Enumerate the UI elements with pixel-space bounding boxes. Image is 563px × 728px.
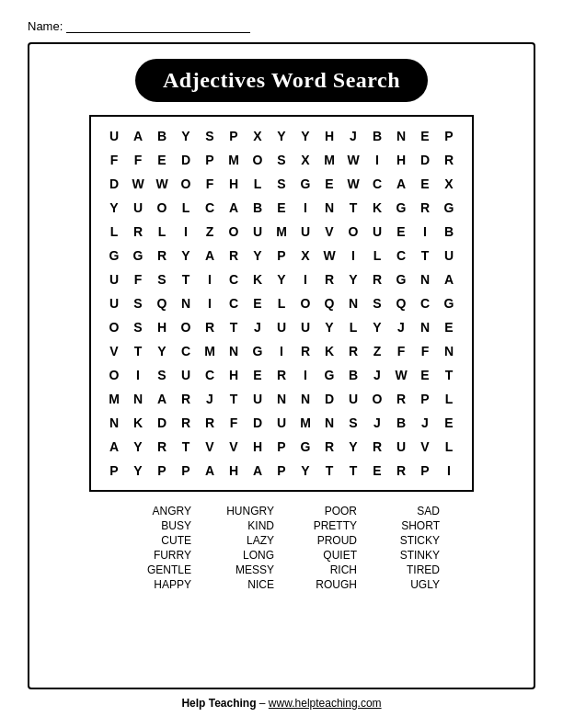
grid-cell: X bbox=[293, 244, 317, 267]
grid-cell: U bbox=[102, 124, 126, 148]
grid-cell: W bbox=[341, 172, 365, 196]
grid-cell: N bbox=[413, 267, 437, 291]
list-item: FURRY bbox=[116, 549, 199, 562]
grid-cell: R bbox=[365, 267, 389, 291]
grid-cell: W bbox=[126, 172, 150, 196]
footer-link[interactable]: www.helpteaching.com bbox=[269, 697, 382, 710]
grid-cell: F bbox=[102, 148, 126, 172]
list-item: HUNGRY bbox=[199, 505, 282, 518]
grid-cell: S bbox=[150, 363, 174, 387]
grid-cell: T bbox=[341, 196, 365, 220]
list-item: TIRED bbox=[364, 563, 447, 576]
grid-cell: U bbox=[365, 220, 389, 244]
grid-cell: V bbox=[102, 339, 126, 363]
grid-cell: D bbox=[102, 172, 126, 196]
grid-cell: R bbox=[198, 411, 222, 435]
grid-cell: L bbox=[341, 315, 365, 339]
grid-cell: R bbox=[389, 387, 413, 411]
grid-cell: F bbox=[222, 411, 246, 435]
grid-cell: D bbox=[246, 411, 270, 435]
grid-cell: P bbox=[150, 459, 174, 483]
grid-cell: R bbox=[293, 339, 317, 363]
grid-cell: J bbox=[365, 411, 389, 435]
grid-cell: R bbox=[150, 435, 174, 459]
grid-cell: P bbox=[270, 459, 293, 483]
name-underline bbox=[66, 18, 250, 33]
grid-cell: H bbox=[222, 459, 246, 483]
grid-cell: W bbox=[150, 172, 174, 196]
list-item: LAZY bbox=[199, 534, 282, 547]
grid-cell: I bbox=[270, 339, 293, 363]
grid-cell: D bbox=[174, 148, 198, 172]
grid-cell: Y bbox=[317, 315, 341, 339]
grid-cell: G bbox=[102, 244, 126, 267]
grid-cell: Y bbox=[246, 244, 270, 267]
grid-cell: B bbox=[341, 363, 365, 387]
grid-cell: G bbox=[246, 339, 270, 363]
grid-cell: V bbox=[198, 435, 222, 459]
grid-cell: T bbox=[174, 267, 198, 291]
grid-cell: M bbox=[102, 387, 126, 411]
grid-cell: R bbox=[365, 435, 389, 459]
grid-cell: S bbox=[341, 411, 365, 435]
grid-cell: L bbox=[437, 435, 461, 459]
grid-cell: T bbox=[174, 435, 198, 459]
grid-cell: C bbox=[222, 291, 246, 315]
grid-cell: V bbox=[222, 435, 246, 459]
grid-cell: O bbox=[174, 172, 198, 196]
footer-separator: – bbox=[257, 697, 269, 710]
grid-cell: P bbox=[222, 124, 246, 148]
grid-cell: R bbox=[413, 196, 437, 220]
grid-cell: B bbox=[365, 124, 389, 148]
grid-cell: E bbox=[389, 220, 413, 244]
grid-cell: F bbox=[413, 339, 437, 363]
grid-cell: O bbox=[365, 387, 389, 411]
grid-cell: U bbox=[246, 220, 270, 244]
list-item: POOR bbox=[282, 505, 364, 518]
page-title: Adjectives Word Search bbox=[163, 68, 400, 92]
name-label: Name: bbox=[28, 19, 63, 33]
grid-cell: I bbox=[365, 148, 389, 172]
grid-cell: I bbox=[293, 196, 317, 220]
grid-cell: I bbox=[293, 267, 317, 291]
grid-cell: I bbox=[413, 220, 437, 244]
grid-cell: K bbox=[317, 339, 341, 363]
grid-cell: N bbox=[389, 124, 413, 148]
grid-cell: T bbox=[413, 244, 437, 267]
grid-cell: C bbox=[389, 244, 413, 267]
grid-cell: U bbox=[174, 363, 198, 387]
grid-cell: O bbox=[246, 148, 270, 172]
grid-cell: Y bbox=[365, 315, 389, 339]
grid-cell: N bbox=[413, 315, 437, 339]
grid-cell: P bbox=[413, 387, 437, 411]
grid-cell: O bbox=[341, 220, 365, 244]
list-item: ROUGH bbox=[282, 578, 364, 591]
grid-cell: N bbox=[341, 291, 365, 315]
grid-cell: X bbox=[437, 172, 461, 196]
grid-cell: Z bbox=[365, 339, 389, 363]
grid-cell: Y bbox=[293, 459, 317, 483]
list-item: NICE bbox=[199, 578, 282, 591]
grid-cell: O bbox=[102, 315, 126, 339]
grid-cell: E bbox=[413, 124, 437, 148]
grid-cell: J bbox=[413, 411, 437, 435]
grid-cell: R bbox=[317, 267, 341, 291]
grid-cell: S bbox=[270, 148, 293, 172]
grid-cell: S bbox=[126, 315, 150, 339]
grid-cell: Q bbox=[150, 291, 174, 315]
grid-cell: L bbox=[246, 172, 270, 196]
grid-cell: B bbox=[389, 411, 413, 435]
grid-cell: R bbox=[126, 220, 150, 244]
grid-cell: M bbox=[270, 220, 293, 244]
grid-cell: A bbox=[222, 196, 246, 220]
grid-cell: Y bbox=[174, 124, 198, 148]
grid-cell: U bbox=[341, 387, 365, 411]
grid-cell: V bbox=[413, 435, 437, 459]
grid-cell: T bbox=[126, 339, 150, 363]
grid-cell: B bbox=[437, 220, 461, 244]
grid-cell: Q bbox=[389, 291, 413, 315]
grid-cell: N bbox=[317, 411, 341, 435]
list-item: UGLY bbox=[364, 578, 447, 591]
grid-cell: N bbox=[437, 339, 461, 363]
grid-cell: J bbox=[389, 315, 413, 339]
